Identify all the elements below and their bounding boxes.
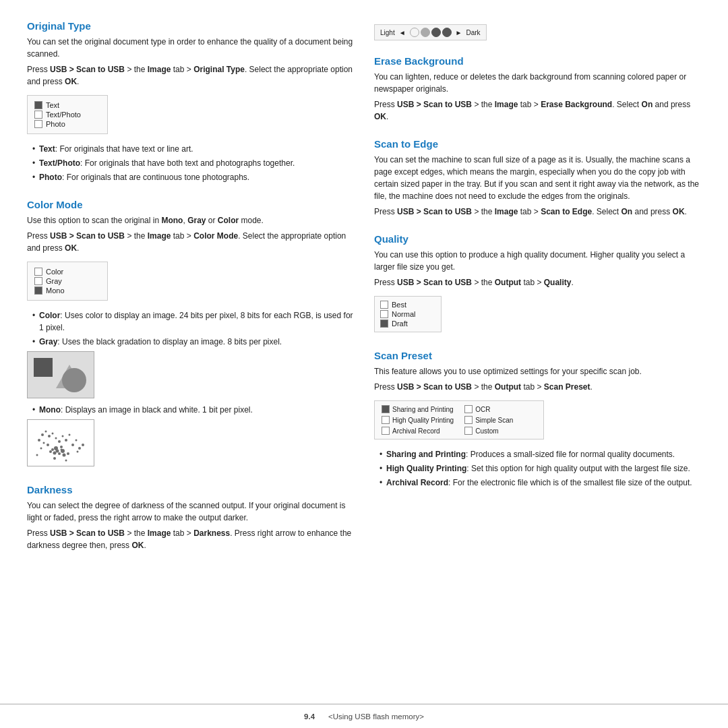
quality-ui-box: Best Normal Draft: [374, 296, 442, 332]
preset-sharing: Sharing and Printing: [382, 405, 454, 413]
preset-simple-scan: Simple Scan: [464, 416, 537, 424]
custom-label: Custom: [475, 427, 498, 435]
original-type-instruction: Press USB > Scan to USB > the Image tab …: [27, 63, 354, 88]
bullet-mono: Mono: Displays an image in black and whi…: [34, 404, 354, 416]
svg-point-29: [55, 449, 59, 452]
scan-to-edge-para1: You can set the machine to scan full siz…: [374, 154, 701, 202]
page: Original Type You can set the original d…: [0, 0, 728, 728]
bullet-color: Color: Uses color to display an image. 2…: [34, 309, 354, 334]
darkness-instruction: Press USB > Scan to USB > the Image tab …: [27, 527, 354, 551]
svg-point-30: [53, 451, 56, 454]
footer-label: <Using USB flash memory>: [328, 712, 424, 721]
svg-point-4: [41, 433, 44, 436]
heading-erase-background: Erase Background: [374, 55, 701, 67]
normal-checkbox: [380, 310, 388, 318]
mono-checkbox: [34, 286, 42, 295]
shapes-image: [27, 351, 94, 398]
hq-label: High Quality Printing: [392, 417, 454, 424]
scan-preset-bullets: Sharing and Printing: Produces a small-s…: [381, 448, 701, 489]
preset-custom: Custom: [464, 427, 537, 435]
svg-point-16: [71, 444, 74, 446]
svg-point-31: [58, 452, 61, 455]
preset-archival: Archival Record: [382, 427, 454, 435]
svg-point-35: [62, 453, 65, 456]
section-color-mode: Color Mode Use this option to scan the o…: [27, 199, 354, 472]
simple-checkbox: [464, 416, 473, 424]
photo-option: Photo: [46, 120, 65, 128]
best-checkbox: [380, 301, 388, 309]
content-area: Original Type You can set the original d…: [0, 0, 728, 704]
section-darkness: Darkness You can select the degree of da…: [27, 484, 354, 555]
heading-scan-to-edge: Scan to Edge: [374, 138, 701, 150]
svg-point-15: [68, 433, 70, 435]
dark-label: Dark: [466, 29, 481, 36]
svg-point-14: [65, 439, 67, 442]
left-column: Original Type You can set the original d…: [27, 20, 354, 697]
color-mode-instruction: Press USB > Scan to USB > the Image tab …: [27, 230, 354, 254]
textphoto-checkbox: [34, 111, 42, 119]
svg-point-6: [48, 435, 51, 437]
photo-checkbox: [34, 120, 42, 128]
best-option: Best: [392, 301, 406, 309]
ocr-label: OCR: [475, 406, 490, 413]
svg-point-34: [51, 448, 54, 451]
svg-point-5: [44, 430, 47, 432]
gray-option: Gray: [46, 277, 62, 285]
section-scan-to-edge: Scan to Edge You can set the machine to …: [374, 138, 701, 221]
color-mode-para1: Use this option to scan the original in …: [27, 214, 354, 226]
color-mode-mono-bullet: Mono: Displays an image in black and whi…: [34, 404, 354, 416]
left-arrow-icon: ◄: [399, 29, 406, 36]
sharing-checkbox: [382, 405, 390, 413]
bullet-archival: Archival Record: For the electronic file…: [381, 477, 701, 489]
color-mode-bullets: Color: Uses color to display an image. 2…: [34, 309, 354, 348]
bullet-gray: Gray: Uses the black gradation to displa…: [34, 336, 354, 348]
svg-point-33: [60, 446, 63, 448]
original-type-ui-box: Text Text/Photo Photo: [27, 95, 108, 134]
svg-point-18: [78, 447, 81, 450]
gray-checkbox: [34, 277, 42, 285]
slider-circle-3: [431, 28, 441, 37]
darkness-para1: You can select the degree of darkness of…: [27, 499, 354, 524]
bullet-photo: Photo: For originals that are continuous…: [34, 171, 354, 183]
svg-point-24: [82, 444, 84, 446]
text-checkbox: [34, 101, 42, 109]
slider-circle-1: [410, 28, 419, 37]
preset-hq-printing: High Quality Printing: [382, 416, 454, 424]
svg-point-17: [75, 439, 77, 441]
quality-instruction: Press USB > Scan to USB > the Output tab…: [374, 276, 701, 289]
text-option: Text: [46, 101, 59, 109]
scan-preset-para1: This feature allows you to use optimized…: [374, 365, 701, 377]
svg-point-23: [76, 450, 78, 452]
heading-color-mode: Color Mode: [27, 199, 354, 210]
preset-grid: Sharing and Printing OCR High Quality Pr…: [382, 405, 537, 435]
normal-option: Normal: [392, 310, 415, 318]
svg-point-7: [51, 432, 53, 434]
svg-point-27: [65, 459, 67, 461]
svg-point-9: [42, 442, 44, 444]
erase-background-instruction: Press USB > Scan to USB > the Image tab …: [374, 98, 701, 123]
svg-point-8: [38, 439, 40, 442]
shapes-svg: [30, 355, 91, 395]
svg-point-26: [53, 457, 56, 460]
ocr-checkbox: [464, 405, 473, 413]
darkness-slider-ui: Light ◄ ► Dark: [374, 24, 487, 40]
svg-point-22: [67, 452, 69, 455]
bullet-sharing: Sharing and Printing: Produces a small-s…: [381, 448, 701, 460]
section-erase-background: Erase Background You can lighten, reduce…: [374, 55, 701, 126]
quality-para1: You can use this option to produce a hig…: [374, 249, 701, 273]
draft-option: Draft: [392, 320, 408, 328]
scan-to-edge-instruction: Press USB > Scan to USB > the Image tab …: [374, 206, 701, 218]
slider-circle-4: [442, 28, 452, 37]
svg-point-25: [36, 454, 38, 456]
svg-point-12: [58, 440, 61, 443]
section-original-type: Original Type You can set the original d…: [27, 20, 354, 187]
section-quality: Quality You can use this option to produ…: [374, 233, 701, 338]
hq-checkbox: [382, 416, 390, 424]
slider-track: [410, 28, 452, 37]
svg-point-2: [62, 368, 86, 392]
mono-option: Mono: [46, 286, 65, 295]
heading-darkness: Darkness: [27, 484, 354, 495]
color-mode-ui-box: Color Gray Mono: [27, 262, 108, 301]
mono-image: [27, 419, 94, 466]
archival-checkbox: [382, 427, 390, 435]
